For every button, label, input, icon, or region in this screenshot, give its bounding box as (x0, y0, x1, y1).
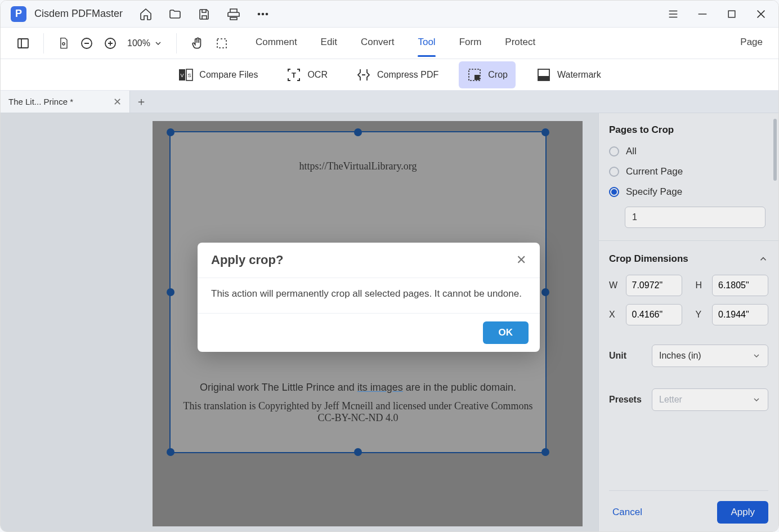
unit-value: Inches (in) (659, 351, 701, 361)
presets-select[interactable]: Letter (652, 388, 768, 411)
svg-point-5 (62, 42, 65, 44)
crop-icon (467, 67, 482, 83)
subtab-label: Compare Files (199, 70, 258, 80)
radio-label: All (626, 146, 637, 157)
height-input[interactable] (712, 275, 768, 296)
svg-rect-17 (538, 76, 549, 81)
subtab-ocr[interactable]: T OCR (278, 61, 335, 88)
tab-form[interactable]: Form (459, 37, 482, 50)
marquee-select-icon[interactable] (215, 37, 229, 50)
radio-icon (609, 167, 619, 177)
svg-rect-15 (474, 75, 480, 80)
watermark-icon (536, 67, 552, 83)
minimize-button[interactable] (695, 7, 710, 21)
dialog-close-button[interactable]: ✕ (516, 253, 526, 267)
subtab-label: OCR (307, 70, 328, 80)
panel-toggle-icon[interactable] (16, 37, 30, 50)
svg-rect-8 (217, 39, 226, 48)
tab-edit[interactable]: Edit (321, 37, 337, 50)
print-icon[interactable] (226, 7, 241, 21)
height-label: H (696, 280, 705, 290)
svg-text:V: V (181, 73, 184, 78)
subtab-label: Compress PDF (377, 70, 438, 80)
radio-icon (609, 187, 619, 197)
subtab-label: Watermark (557, 70, 601, 80)
divider (599, 240, 778, 241)
chevron-down-icon (154, 39, 163, 48)
dialog-title: Apply crop? (211, 253, 283, 267)
sub-toolbar: VS Compare Files T OCR Compress PDF Crop… (1, 59, 778, 91)
tab-convert[interactable]: Convert (361, 37, 395, 50)
radio-label: Current Page (626, 166, 683, 177)
apply-button[interactable]: Apply (717, 501, 768, 524)
y-input[interactable] (712, 304, 768, 325)
ok-button[interactable]: OK (483, 321, 529, 344)
unit-select[interactable]: Inches (in) (652, 345, 768, 367)
chevron-up-icon (758, 254, 768, 264)
close-button[interactable] (754, 7, 768, 21)
page-settings-icon[interactable] (57, 37, 70, 50)
maximize-button[interactable] (724, 7, 739, 21)
radio-current-page[interactable]: Current Page (609, 166, 768, 177)
tab-protect[interactable]: Protect (505, 37, 535, 50)
x-label: X (609, 310, 618, 320)
document-tab[interactable]: The Lit... Prince * ✕ (1, 91, 130, 113)
crop-side-panel: Pages to Crop All Current Page Specify P… (598, 113, 778, 531)
zoom-value: 100% (127, 38, 150, 48)
chevron-down-icon (752, 351, 761, 360)
open-folder-icon[interactable] (168, 7, 182, 21)
subtab-label: Crop (488, 70, 508, 80)
main-toolbar: 100% Comment Edit Convert Tool Form Prot… (1, 28, 778, 59)
ocr-icon: T (286, 67, 302, 83)
tab-tool[interactable]: Tool (418, 37, 435, 50)
hamburger-menu-icon[interactable] (666, 7, 680, 21)
zoom-out-button[interactable] (80, 37, 93, 50)
app-logo: P (11, 6, 26, 22)
document-tabs: The Lit... Prince * ✕ ＋ (1, 91, 778, 113)
specify-page-input[interactable] (625, 207, 765, 228)
radio-label: Specify Page (626, 186, 682, 198)
svg-text:T: T (292, 71, 296, 79)
svg-rect-4 (18, 39, 28, 48)
tab-page[interactable]: Page (740, 37, 763, 50)
unit-label: Unit (609, 351, 644, 361)
pages-to-crop-title: Pages to Crop (609, 124, 768, 136)
close-tab-icon[interactable]: ✕ (113, 96, 122, 108)
x-input[interactable] (626, 304, 682, 325)
svg-point-0 (258, 13, 260, 15)
zoom-dropdown[interactable]: 100% (127, 38, 163, 48)
crop-dimensions-title: Crop Dimensions (609, 253, 688, 265)
presets-value: Letter (659, 395, 682, 405)
zoom-in-button[interactable] (104, 37, 117, 50)
cancel-button[interactable]: Cancel (609, 501, 646, 524)
radio-all[interactable]: All (609, 146, 768, 157)
tab-comment[interactable]: Comment (256, 37, 297, 50)
subtab-compress[interactable]: Compress PDF (348, 61, 446, 88)
compare-files-icon: VS (178, 67, 194, 83)
y-label: Y (696, 310, 705, 320)
subtab-watermark[interactable]: Watermark (528, 61, 609, 88)
radio-specify-page[interactable]: Specify Page (609, 186, 768, 198)
more-icon[interactable] (256, 7, 270, 21)
svg-text:S: S (188, 73, 191, 78)
subtab-crop[interactable]: Crop (459, 61, 516, 88)
home-icon[interactable] (138, 7, 153, 21)
apply-crop-dialog: Apply crop? ✕ This action will permanent… (198, 243, 540, 352)
svg-rect-3 (728, 11, 735, 17)
divider (176, 33, 177, 53)
app-title: Cisdem PDFMaster (34, 8, 123, 20)
presets-label: Presets (609, 395, 644, 405)
subtab-compare-files[interactable]: VS Compare Files (170, 61, 266, 88)
width-label: W (609, 280, 618, 290)
svg-point-1 (262, 13, 264, 15)
add-tab-button[interactable]: ＋ (130, 91, 153, 113)
hand-tool-icon[interactable] (190, 36, 205, 51)
save-icon[interactable] (197, 7, 212, 21)
svg-point-2 (266, 13, 268, 15)
dialog-body: This action will permanently crop all se… (198, 278, 540, 314)
scrollbar[interactable] (773, 119, 777, 181)
width-input[interactable] (626, 275, 682, 296)
crop-dimensions-header[interactable]: Crop Dimensions (609, 253, 768, 265)
radio-icon (609, 146, 619, 157)
compress-icon (356, 67, 371, 83)
